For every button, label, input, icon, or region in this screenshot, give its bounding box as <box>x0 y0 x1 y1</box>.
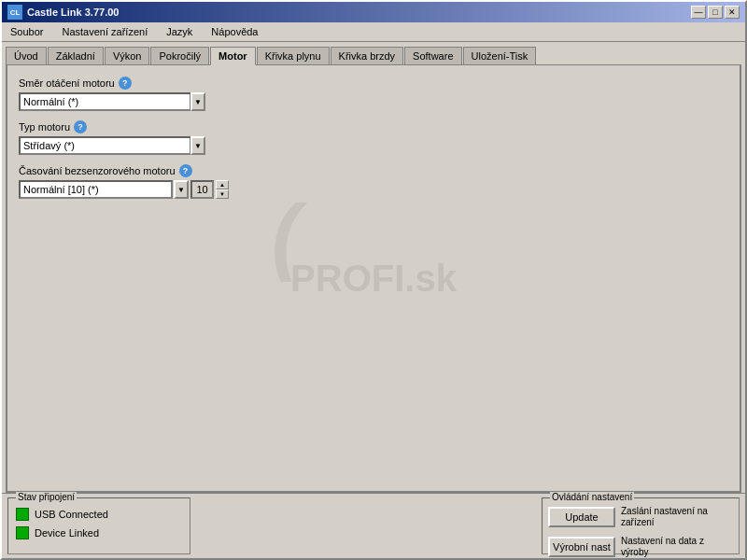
status-bar: Stav připojení USB Connected Device Link… <box>2 493 745 558</box>
connection-status-title: Stav připojení <box>16 492 77 502</box>
label-casovani: Časování bezsenzorového motoru <box>19 165 176 176</box>
field-casovani: Časování bezsenzorového motoru ? Normáln… <box>19 164 728 199</box>
vyrobni-label: Nastavení na data z výroby <box>621 536 733 558</box>
tabs-bar: Úvod Základní Výkon Pokročilý Motor Křiv… <box>2 42 745 64</box>
menu-nastaveni[interactable]: Nastavení zařízení <box>57 24 152 39</box>
title-bar: CL Castle Link 3.77.00 — □ ✕ <box>2 2 745 22</box>
watermark-c: ( <box>272 188 300 284</box>
help-icon-2[interactable]: ? <box>74 120 87 133</box>
ctrl-row-vyrobni: Výrobní nast Nastavení na data z výroby <box>548 536 733 558</box>
select-smer-otaceni[interactable]: Normální (*) Obrácený <box>19 92 191 111</box>
label-usb: USB Connected <box>35 509 108 520</box>
minimize-button[interactable]: — <box>691 6 706 19</box>
field-smer-otaceni: Směr otáčení motoru ? Normální (*) Obrác… <box>19 77 728 111</box>
label-typ-motoru: Typ motoru <box>19 121 70 133</box>
ctrl-row-update: Update Zaslání nastavení na zařízení <box>548 506 733 528</box>
menu-jazyk[interactable]: Jazyk <box>162 24 197 39</box>
control-box-title: Ovládání nastavení <box>550 492 634 502</box>
control-box: Ovládání nastavení Update Zaslání nastav… <box>542 497 740 554</box>
select-typ-wrapper: Střídavý (*) Stejnosměrný ▼ <box>19 136 728 155</box>
vyrobni-nast-button[interactable]: Výrobní nast <box>548 537 615 557</box>
help-icon-3[interactable]: ? <box>179 164 192 177</box>
tab-krivka-plynu[interactable]: Křivka plynu <box>257 47 330 65</box>
label-smer-otaceni: Směr otáčení motoru <box>19 77 115 89</box>
select-typ-motoru[interactable]: Střídavý (*) Stejnosměrný <box>19 136 191 155</box>
led-device <box>16 526 29 539</box>
help-icon-1[interactable]: ? <box>119 77 132 90</box>
spinner-casovani[interactable]: 10 <box>190 180 214 199</box>
status-device: Device Linked <box>16 526 182 539</box>
spinner-up-button[interactable]: ▲ <box>216 180 229 189</box>
select-smer-arrow[interactable]: ▼ <box>190 92 205 111</box>
menu-bar: Soubor Nastavení zařízení Jazyk Nápověda <box>2 22 745 42</box>
tab-krivka-brzdy[interactable]: Křivka brzdy <box>331 47 404 65</box>
tab-motor[interactable]: Motor <box>210 47 256 65</box>
title-buttons: — □ ✕ <box>691 6 740 19</box>
spinner-down-button[interactable]: ▼ <box>216 189 229 199</box>
select-casovani[interactable]: Normální [10] (*) Nízké Vysoké <box>19 180 173 199</box>
connection-status-box: Stav připojení USB Connected Device Link… <box>7 497 190 554</box>
field-typ-motoru: Typ motoru ? Střídavý (*) Stejnosměrný ▼ <box>19 120 728 155</box>
tab-ulozeni-tisk[interactable]: Uložení-Tisk <box>463 47 537 65</box>
watermark-text: PROFI.sk <box>290 258 457 300</box>
select-typ-arrow[interactable]: ▼ <box>190 136 205 155</box>
update-label: Zaslání nastavení na zařízení <box>621 506 733 528</box>
tab-vykon[interactable]: Výkon <box>105 47 150 65</box>
tab-uvod[interactable]: Úvod <box>6 47 47 65</box>
close-button[interactable]: ✕ <box>725 6 740 19</box>
spinner-buttons: ▲ ▼ <box>216 180 229 199</box>
label-device: Device Linked <box>35 527 99 539</box>
main-window: CL Castle Link 3.77.00 — □ ✕ Soubor Nast… <box>0 0 747 560</box>
status-usb: USB Connected <box>16 508 182 521</box>
tab-zakladni[interactable]: Základní <box>48 47 104 65</box>
led-usb <box>16 508 29 521</box>
content-area: ( PROFI.sk Směr otáčení motoru ? Normáln… <box>6 64 741 493</box>
select-smer-wrapper: Normální (*) Obrácený ▼ <box>19 92 728 111</box>
timing-row: Normální [10] (*) Nízké Vysoké ▼ 10 ▲ ▼ <box>19 180 728 199</box>
select-casovani-arrow[interactable]: ▼ <box>174 180 189 199</box>
app-icon: CL <box>7 5 22 20</box>
window-title: Castle Link 3.77.00 <box>27 7 119 18</box>
maximize-button[interactable]: □ <box>708 6 723 19</box>
menu-napoveda[interactable]: Nápověda <box>206 24 262 39</box>
update-button[interactable]: Update <box>548 507 615 527</box>
menu-soubor[interactable]: Soubor <box>6 24 48 39</box>
tab-pokrocily[interactable]: Pokročilý <box>150 47 209 65</box>
tab-software[interactable]: Software <box>404 47 461 65</box>
